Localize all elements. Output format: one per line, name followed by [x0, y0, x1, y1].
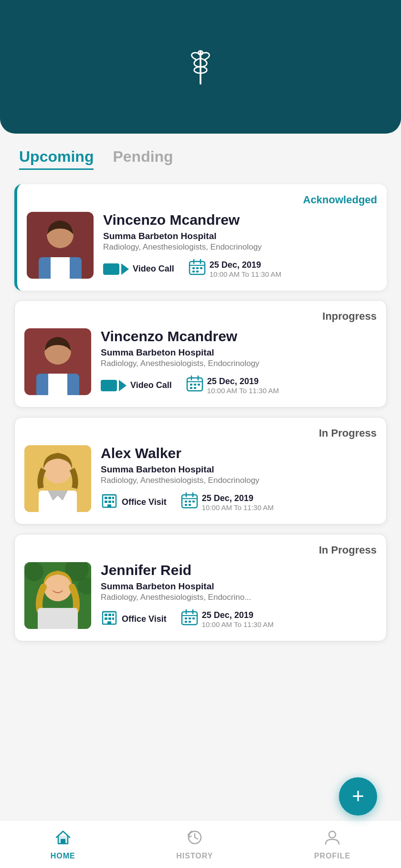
hospital-name-3: Summa Barbeton Hospital	[101, 464, 377, 475]
patient-avatar-3	[24, 445, 91, 512]
visit-type-label-2: Video Call	[130, 380, 172, 390]
svg-rect-27	[198, 384, 200, 386]
cards-list: Acknowledged Vincenzo Mcand	[0, 175, 401, 708]
calendar-icon-1	[189, 259, 206, 279]
time-label-1: 10:00 AM To 11:30 AM	[210, 270, 282, 278]
tab-pending[interactable]: Pending	[113, 148, 173, 170]
nav-home-label: HOME	[51, 852, 75, 860]
card-meta-1: Video Call	[103, 259, 377, 279]
app-header	[0, 0, 401, 134]
time-label-4: 10:00 AM To 11:30 AM	[202, 620, 274, 628]
hospital-name-4: Summa Barbeton Hospital	[101, 581, 377, 592]
appointment-card-3[interactable]: In Progress	[14, 417, 387, 524]
appointment-card-2[interactable]: Inprogress Vincenzo Mcandrew Summa Barbe…	[14, 300, 387, 408]
svg-rect-12	[192, 267, 195, 269]
svg-rect-58	[38, 608, 78, 629]
bottom-nav: HOME HISTORY PROFILE	[0, 820, 401, 868]
svg-rect-41	[107, 504, 111, 507]
card-info-1: Vincenzo Mcandrew Summa Barbeton Hospita…	[103, 212, 377, 279]
patient-avatar-2	[24, 328, 91, 395]
calendar-icon-2	[186, 375, 203, 396]
svg-rect-36	[108, 497, 111, 499]
svg-point-79	[329, 831, 336, 838]
visit-type-label-3: Office Visit	[122, 497, 167, 507]
card-meta-3: Office Visit	[101, 492, 377, 512]
date-label-1: 25 Dec, 2019	[210, 260, 282, 270]
visit-type-label-1: Video Call	[133, 264, 174, 274]
home-icon	[54, 829, 72, 850]
date-label-4: 25 Dec, 2019	[202, 610, 274, 620]
specialties-3: Radiology, Anesthesiologists, Endocrinol…	[101, 476, 377, 485]
nav-home[interactable]: HOME	[51, 829, 75, 860]
card-info-3: Alex Walker Summa Barbeton Hospital Radi…	[101, 445, 377, 512]
date-info-2: 25 Dec, 2019 10:00 AM To 11:30 AM	[207, 376, 279, 395]
svg-rect-63	[105, 617, 107, 620]
visit-type-1: Video Call	[103, 263, 174, 275]
profile-icon	[324, 829, 341, 850]
date-meta-1: 25 Dec, 2019 10:00 AM To 11:30 AM	[189, 259, 282, 279]
svg-rect-26	[194, 384, 196, 386]
date-meta-2: 25 Dec, 2019 10:00 AM To 11:30 AM	[186, 375, 279, 396]
nav-history[interactable]: HISTORY	[176, 829, 213, 860]
appointment-card-4[interactable]: In Progress	[14, 534, 387, 641]
card-status-2: Inprogress	[24, 310, 377, 323]
date-info-3: 25 Dec, 2019 10:00 AM To 11:30 AM	[202, 493, 274, 512]
hospital-name-2: Summa Barbeton Hospital	[101, 347, 377, 358]
card-status-1: Acknowledged	[27, 194, 377, 206]
card-info-2: Vincenzo Mcandrew Summa Barbeton Hospita…	[101, 328, 377, 396]
nav-profile[interactable]: PROFILE	[314, 829, 350, 860]
office-icon-3	[101, 492, 118, 512]
svg-rect-47	[185, 501, 187, 502]
svg-rect-49	[192, 501, 195, 502]
tabs-container: Upcoming Pending	[0, 134, 401, 175]
svg-rect-64	[108, 617, 111, 620]
patient-name-4: Jennifer Reid	[101, 562, 377, 578]
svg-rect-29	[194, 387, 196, 389]
svg-rect-39	[108, 501, 111, 503]
card-status-3: In Progress	[24, 427, 377, 439]
svg-rect-76	[189, 621, 191, 623]
svg-rect-48	[189, 501, 191, 502]
patient-name-2: Vincenzo Mcandrew	[101, 328, 377, 345]
svg-rect-28	[190, 387, 192, 389]
svg-rect-73	[189, 617, 191, 619]
fab-button[interactable]: +	[339, 777, 377, 816]
fab-icon: +	[352, 785, 364, 806]
patient-name-3: Alex Walker	[101, 445, 377, 461]
tab-upcoming[interactable]: Upcoming	[19, 148, 94, 170]
svg-rect-14	[200, 267, 202, 269]
time-label-3: 10:00 AM To 11:30 AM	[202, 503, 274, 512]
history-icon	[186, 829, 203, 850]
date-meta-3: 25 Dec, 2019 10:00 AM To 11:30 AM	[181, 492, 274, 512]
svg-rect-15	[192, 271, 195, 272]
svg-rect-38	[105, 501, 107, 503]
visit-type-2: Video Call	[101, 380, 172, 391]
date-label-2: 25 Dec, 2019	[207, 376, 279, 387]
appointment-card-1[interactable]: Acknowledged Vincenzo Mcand	[14, 184, 387, 291]
hospital-name-1: Summa Barbeton Hospital	[103, 231, 377, 241]
svg-rect-40	[112, 501, 114, 503]
svg-rect-37	[112, 497, 114, 499]
svg-rect-13	[196, 267, 199, 269]
visit-type-label-4: Office Visit	[122, 614, 167, 624]
svg-point-54	[24, 562, 43, 581]
svg-rect-20	[48, 374, 67, 395]
specialties-4: Radiology, Anesthesiologists, Endocrino.…	[101, 593, 377, 602]
svg-rect-60	[105, 614, 107, 616]
card-status-4: In Progress	[24, 544, 377, 556]
svg-rect-77	[61, 839, 65, 844]
svg-rect-7	[51, 257, 70, 279]
office-icon-4	[101, 609, 118, 629]
specialties-1: Radiology, Anesthesiologists, Endocrinol…	[103, 242, 377, 252]
card-info-4: Jennifer Reid Summa Barbeton Hospital Ra…	[101, 562, 377, 629]
nav-history-label: HISTORY	[176, 852, 213, 860]
patient-avatar-4	[24, 562, 91, 629]
date-info-4: 25 Dec, 2019 10:00 AM To 11:30 AM	[202, 610, 274, 628]
calendar-icon-4	[181, 609, 198, 629]
visit-type-3: Office Visit	[101, 492, 167, 512]
video-icon-2	[101, 380, 127, 391]
svg-rect-62	[112, 614, 114, 616]
svg-rect-61	[108, 614, 111, 616]
calendar-icon-3	[181, 492, 198, 512]
svg-rect-65	[112, 617, 114, 620]
